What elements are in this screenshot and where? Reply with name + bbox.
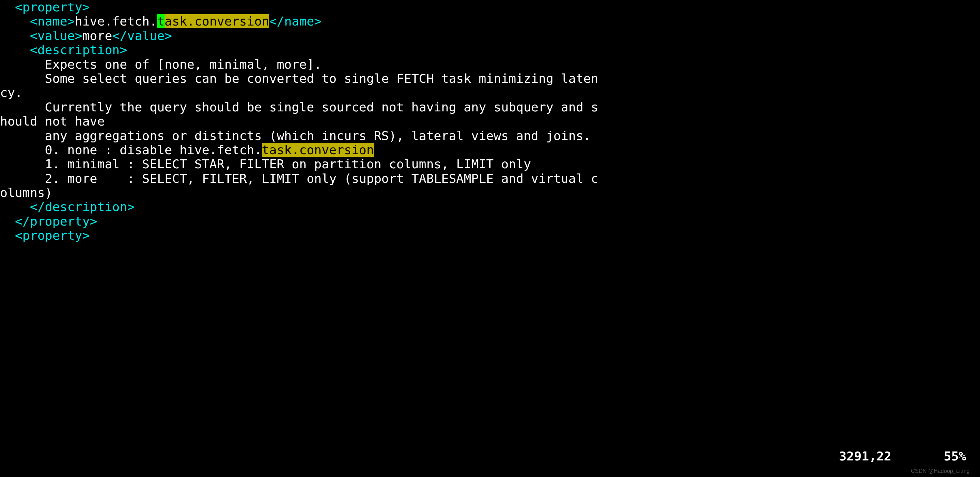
cursor-position: 3291,22: [839, 449, 892, 463]
indent: [0, 228, 15, 242]
desc-line-wrap: hould not have: [0, 114, 105, 128]
watermark-text: CSDN @Hadoop_Liang: [911, 468, 970, 474]
tag-description-close: </description>: [30, 200, 135, 214]
desc-line-wrap: olumns): [0, 186, 52, 200]
tag-description-open: <description>: [30, 43, 127, 57]
name-prefix: hive.fetch.: [75, 14, 157, 28]
tag-value-open: <value>: [30, 29, 83, 43]
desc-line: any aggregations or distincts (which inc…: [45, 129, 591, 143]
tag-name-open: <name>: [30, 14, 75, 28]
cursor-match-char: t: [157, 14, 165, 28]
desc-line: Expects one of [none, minimal, more].: [45, 57, 321, 72]
indent: [0, 0, 15, 14]
indent: [0, 143, 45, 157]
desc-line: 1. minimal : SELECT STAR, FILTER on part…: [45, 157, 531, 171]
indent: [0, 100, 45, 114]
tag-name-close: </name>: [269, 14, 321, 28]
tag-property-close: </property>: [15, 214, 97, 228]
tag-property-open-next: <property>: [15, 228, 90, 242]
indent: [0, 200, 30, 214]
indent: [0, 14, 30, 28]
desc-line-pre: 0. none : disable hive.fetch.: [45, 143, 262, 157]
status-gap: [891, 449, 944, 463]
value-text: more: [82, 29, 112, 43]
tag-value-close: </value>: [112, 29, 172, 43]
vim-status-line: 3291,22 55%: [839, 449, 966, 463]
desc-line: Currently the query should be single sou…: [45, 100, 598, 114]
indent: [0, 172, 45, 186]
scroll-percent: 55%: [944, 449, 966, 463]
indent: [0, 72, 45, 86]
desc-line-wrap: cy.: [0, 86, 22, 100]
search-highlight: task.conversion: [262, 143, 374, 157]
indent: [0, 214, 15, 228]
indent: [0, 43, 30, 57]
indent: [0, 157, 45, 171]
desc-line: 2. more : SELECT, FILTER, LIMIT only (su…: [45, 172, 598, 186]
indent: [0, 129, 45, 143]
indent: [0, 29, 30, 43]
indent: [0, 57, 45, 72]
desc-line: Some select queries can be converted to …: [45, 72, 598, 86]
search-highlight: ask.conversion: [165, 14, 269, 28]
tag-property-open: <property>: [15, 0, 90, 14]
terminal-editor[interactable]: <property> <name>hive.fetch.task.convers…: [0, 0, 980, 243]
